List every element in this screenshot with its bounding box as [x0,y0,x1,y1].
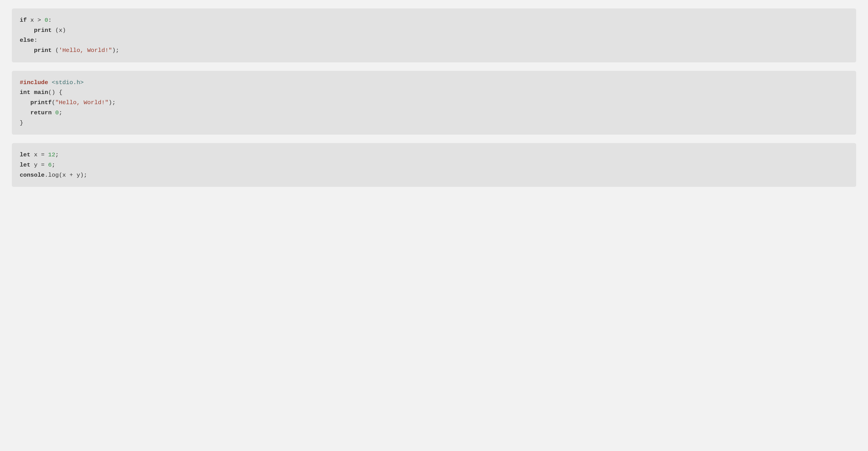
code-token: main [34,89,48,96]
code-token: 6 [48,162,52,168]
code-token: #include [20,79,48,86]
code-token: 0 [44,17,48,23]
code-token: let [20,151,30,158]
code-token: else [20,37,34,44]
code-token: let [20,162,30,168]
code-token: console [20,172,44,178]
code-token: 0 [55,110,59,116]
code-token: 12 [48,151,55,158]
code-token: int [20,89,30,96]
code-block-3: let x = 12; let y = 6; console.log(x + y… [12,143,856,187]
code-block-1: if x > 0: print (x) else: print ('Hello,… [12,8,856,62]
code-token: printf [30,100,52,106]
code-token: 'Hello, World!" [59,47,112,54]
code-token: if [20,17,27,23]
code-token: "Hello, World!" [55,100,108,106]
code-token: <stdio.h> [52,79,84,86]
code-block-2: #include <stdio.h> int main() { printf("… [12,71,856,135]
code-token: print [34,27,52,34]
code-token: return [30,110,52,116]
code-block-container: if x > 0: print (x) else: print ('Hello,… [12,8,856,187]
code-token: print [34,47,52,54]
